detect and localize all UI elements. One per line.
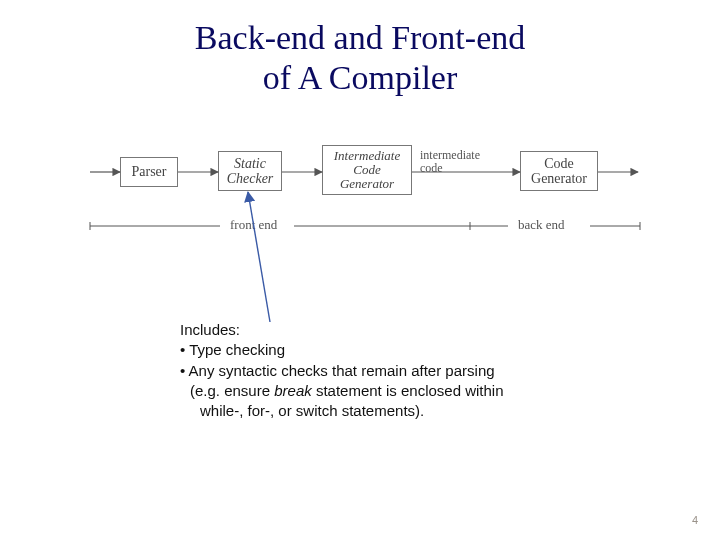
title-line-1: Back-end and Front-end — [195, 19, 525, 56]
notes-l3a: (e.g. ensure — [190, 382, 274, 399]
page-title: Back-end and Front-end of A Compiler — [0, 18, 720, 98]
notes-heading: Includes: — [180, 320, 600, 340]
compiler-pipeline-diagram: Parser Static Checker Intermediate Code … — [90, 157, 650, 247]
title-line-2: of A Compiler — [263, 59, 458, 96]
label-back-end: back end — [518, 217, 565, 233]
notes-bullet-2: • Any syntactic checks that remain after… — [180, 361, 600, 381]
page-number: 4 — [692, 514, 698, 526]
svg-line-7 — [248, 192, 270, 322]
notes-block: Includes: • Type checking • Any syntacti… — [180, 320, 600, 421]
notes-bullet-1: • Type checking — [180, 340, 600, 360]
notes-line-3: (e.g. ensure break statement is enclosed… — [180, 381, 600, 401]
notes-l3b: statement is enclosed within — [312, 382, 504, 399]
notes-break-keyword: break — [274, 382, 312, 399]
notes-line-4: while-, for-, or switch statements). — [180, 401, 600, 421]
